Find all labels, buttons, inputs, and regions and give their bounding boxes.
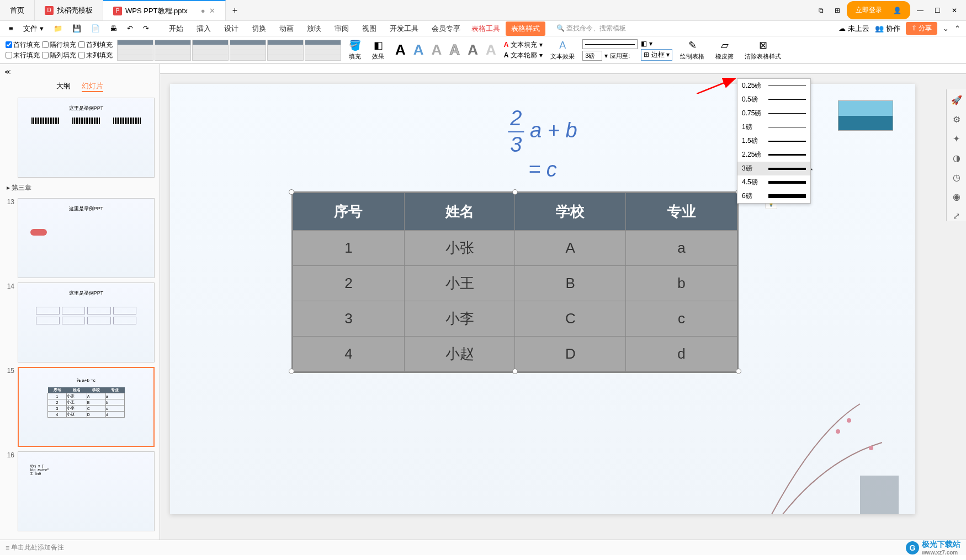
- clock-icon[interactable]: ◷: [953, 172, 960, 183]
- weight-option[interactable]: 0.25磅: [737, 79, 810, 93]
- chk-last-col[interactable]: 末列填充: [78, 51, 113, 60]
- dropdown-icon[interactable]: ⌄: [943, 24, 949, 33]
- menu-tab[interactable]: 视图: [357, 22, 382, 36]
- wordart-item[interactable]: A: [464, 41, 481, 58]
- shading-button[interactable]: ◧ ▾: [641, 40, 672, 47]
- menu-tab[interactable]: 切换: [246, 22, 272, 36]
- slide-thumb[interactable]: 这里是举例PPT: [18, 98, 155, 178]
- undo-icon[interactable]: ↶: [124, 23, 136, 34]
- slide-thumb-13[interactable]: 这里是举例PPT: [18, 198, 155, 278]
- login-button[interactable]: 立即登录 👤: [847, 1, 910, 19]
- wordart-gallery[interactable]: A A A A A A: [392, 41, 500, 58]
- clear-style-button[interactable]: ⊠清除表格样式: [741, 39, 784, 61]
- menu-tab[interactable]: 审阅: [329, 22, 354, 36]
- section-header[interactable]: ▸ 第三章: [2, 180, 157, 196]
- save-icon[interactable]: 💾: [69, 23, 84, 34]
- menu-tab[interactable]: 设计: [219, 22, 244, 36]
- outline-tab[interactable]: 大纲: [56, 81, 71, 92]
- style-item[interactable]: [267, 40, 304, 61]
- export-icon[interactable]: 📄: [88, 23, 103, 34]
- beach-image[interactable]: [838, 100, 893, 131]
- weight-option[interactable]: 2.25磅: [737, 148, 810, 162]
- sparkle-icon[interactable]: ✦: [953, 134, 960, 144]
- wordart-item[interactable]: A: [446, 41, 463, 58]
- tab-file[interactable]: P WPS PPT教程.pptx ● ✕: [103, 0, 226, 20]
- weight-option[interactable]: 4.5磅: [737, 175, 810, 189]
- table-style-gallery[interactable]: [117, 40, 341, 61]
- weight-dropdown-arrow[interactable]: ▾: [604, 52, 608, 60]
- chk-last-row[interactable]: 末行填充: [6, 51, 40, 60]
- line-weight-dropdown[interactable]: 0.25磅0.5磅0.75磅1磅1.5磅2.25磅3磅4.5磅6磅: [737, 78, 811, 204]
- menu-tab[interactable]: 放映: [301, 22, 327, 36]
- menu-tab[interactable]: 动画: [274, 22, 299, 36]
- tab-home[interactable]: 首页: [0, 0, 35, 20]
- layout-icon[interactable]: ⧉: [814, 4, 828, 17]
- slide-thumb-14[interactable]: 这里是举例PPT: [18, 282, 155, 362]
- hamburger-icon[interactable]: ≡: [6, 23, 17, 34]
- chk-alt-col[interactable]: 隔列填充: [42, 51, 76, 60]
- collab-button[interactable]: 👥 协作: [875, 24, 900, 34]
- weight-option[interactable]: 0.5磅: [737, 93, 810, 106]
- palette-icon[interactable]: ◑: [953, 153, 960, 163]
- style-item[interactable]: [117, 40, 153, 61]
- style-item[interactable]: [305, 40, 341, 61]
- chk-first-row[interactable]: 首行填充: [6, 40, 40, 50]
- expand-icon[interactable]: ⤢: [953, 211, 960, 221]
- notes-panel[interactable]: ≡ 单击此处添加备注: [0, 540, 966, 555]
- line-style-selector[interactable]: [582, 39, 638, 49]
- slide-thumb-15[interactable]: ²⁄₃ a+b =c 序号姓名学校专业1小张Aa2小王Bb3小李Cc4小赵Dd: [18, 367, 155, 447]
- weight-option[interactable]: 3磅: [737, 162, 810, 175]
- tab-close[interactable]: ● ✕: [201, 7, 215, 15]
- weight-option[interactable]: 1磅: [737, 120, 810, 134]
- menu-table-style[interactable]: 表格样式: [506, 22, 545, 36]
- style-item[interactable]: [192, 40, 229, 61]
- close-icon[interactable]: ✕: [947, 4, 962, 17]
- text-fill-button[interactable]: A文本填充 ▾: [504, 40, 543, 50]
- menu-table-tools[interactable]: 表格工具: [466, 22, 506, 36]
- chk-first-col[interactable]: 首列填充: [78, 40, 113, 50]
- style-item[interactable]: [230, 40, 266, 61]
- style-item[interactable]: [155, 40, 191, 61]
- menu-tab[interactable]: 会员专享: [426, 22, 466, 36]
- open-icon[interactable]: 📁: [50, 23, 66, 34]
- wordart-item[interactable]: A: [410, 41, 427, 58]
- table-row[interactable]: 2小王Bb: [293, 266, 738, 301]
- chk-alt-row[interactable]: 隔行填充: [42, 40, 76, 50]
- eraser-button[interactable]: ▱橡皮擦: [712, 39, 737, 61]
- share-button[interactable]: ⇧ 分享: [906, 22, 937, 35]
- fill-button[interactable]: 🪣填充: [346, 39, 364, 61]
- wordart-item[interactable]: A: [482, 41, 500, 58]
- add-slide-button[interactable]: +: [2, 534, 157, 540]
- draw-table-button[interactable]: ✎绘制表格: [677, 39, 708, 61]
- menu-tab[interactable]: 开始: [163, 22, 189, 36]
- menu-tab[interactable]: 开发工具: [384, 22, 424, 36]
- slide-table[interactable]: 序号姓名学校专业 1小张Aa2小王Bb3小李Cc4小赵Dd: [291, 191, 739, 373]
- table-row[interactable]: 3小李Cc: [293, 301, 738, 337]
- weight-option[interactable]: 6磅: [737, 189, 810, 203]
- search-input[interactable]: 🔍 查找命令、搜索模板: [556, 24, 626, 33]
- collapse-panel[interactable]: ≪: [2, 66, 157, 78]
- more-icon[interactable]: ⌃: [954, 24, 960, 33]
- wordart-item[interactable]: A: [428, 41, 445, 58]
- weight-option[interactable]: 1.5磅: [737, 134, 810, 148]
- cloud-status[interactable]: ☁ 未上云: [838, 24, 869, 34]
- border-button[interactable]: ⊞ 边框 ▾: [641, 49, 672, 61]
- location-icon[interactable]: ◉: [953, 191, 960, 202]
- menu-tab[interactable]: 插入: [191, 22, 216, 36]
- file-menu[interactable]: 文件▾: [20, 23, 47, 35]
- text-effect-button[interactable]: A文本效果: [547, 40, 578, 61]
- table-row[interactable]: 4小赵Dd: [293, 337, 738, 372]
- tab-new[interactable]: +: [226, 6, 244, 15]
- line-weight-input[interactable]: [582, 51, 602, 61]
- minimize-icon[interactable]: —: [912, 4, 928, 17]
- grid-icon[interactable]: ⊞: [830, 4, 845, 17]
- weight-option[interactable]: 0.75磅: [737, 106, 810, 120]
- slides-tab[interactable]: 幻灯片: [82, 81, 103, 92]
- settings-icon[interactable]: ⚙: [953, 114, 960, 125]
- rocket-icon[interactable]: 🚀: [951, 95, 962, 105]
- redo-icon[interactable]: ↷: [140, 23, 152, 34]
- wordart-item[interactable]: A: [392, 41, 409, 58]
- text-outline-button[interactable]: A文本轮廓 ▾: [504, 51, 543, 60]
- slide-thumb-16[interactable]: f(x) x ∫log e=mc²Σ linθ: [18, 451, 155, 531]
- table-row[interactable]: 1小张Aa: [293, 231, 738, 266]
